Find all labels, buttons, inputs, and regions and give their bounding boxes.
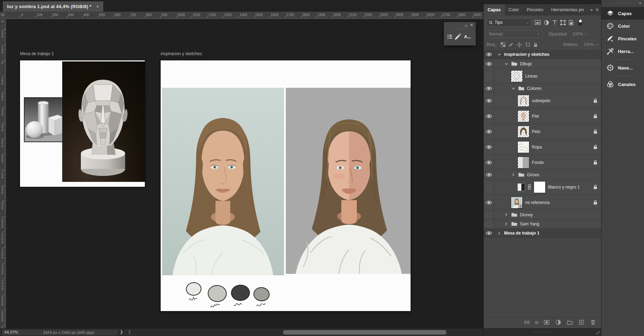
visibility-toggle[interactable]: [484, 108, 494, 124]
dock-item-layers[interactable]: Capas: [601, 7, 644, 20]
blend-mode-select[interactable]: Normal ∨: [487, 30, 543, 38]
visibility-toggle[interactable]: [484, 139, 494, 154]
layer-lock-icon[interactable]: [593, 200, 597, 205]
tab-herramientas[interactable]: Herramientas pree: [547, 4, 584, 15]
lock-paint-icon[interactable]: [509, 42, 514, 47]
layer-name[interactable]: Pelo: [532, 129, 540, 134]
fill-field[interactable]: 100%: [581, 41, 595, 48]
status-next-icon[interactable]: ❯: [120, 330, 123, 334]
visibility-toggle[interactable]: [484, 155, 494, 170]
filter-toggle[interactable]: [578, 19, 582, 26]
layer-row[interactable]: Grises: [484, 170, 601, 179]
chevron-down-icon[interactable]: [497, 53, 502, 55]
lock-icon[interactable]: [593, 145, 597, 149]
chevron-right-icon[interactable]: [497, 232, 502, 235]
opacity-field[interactable]: 100%: [570, 30, 585, 38]
layer-lock-icon[interactable]: [593, 145, 597, 149]
layer-thumbnail[interactable]: [517, 126, 529, 138]
lock-icon[interactable]: [593, 160, 597, 165]
filter-smart-object-icon[interactable]: [569, 20, 573, 25]
adjustment-icon[interactable]: [555, 319, 562, 326]
link-icon[interactable]: [523, 319, 530, 326]
dock-item-tools[interactable]: Herra...: [601, 45, 644, 58]
visibility-toggle[interactable]: [484, 50, 494, 59]
lock-icon[interactable]: [593, 200, 597, 205]
horizontal-scrollbar[interactable]: [283, 330, 446, 335]
layer-row[interactable]: Pelo: [484, 124, 601, 139]
lock-all-icon[interactable]: [534, 42, 537, 47]
visibility-toggle[interactable]: [484, 68, 494, 84]
chevron-right-icon[interactable]: [504, 222, 509, 225]
zoom-level-field[interactable]: 44,37%: [2, 330, 20, 335]
layer-name[interactable]: Dibujo: [520, 61, 532, 66]
visibility-toggle[interactable]: [484, 219, 494, 228]
layer-row[interactable]: Mesa de trabajo 1: [484, 229, 601, 238]
layer-thumbnail[interactable]: [517, 141, 529, 153]
opacity-dropdown-icon[interactable]: ∨: [585, 32, 589, 36]
layer-name[interactable]: mi referencia: [525, 200, 549, 205]
layer-name[interactable]: Disney: [520, 212, 533, 217]
visibility-toggle[interactable]: [484, 124, 494, 139]
resize-handle[interactable]: [596, 331, 600, 335]
status-prev-icon[interactable]: ❮: [128, 330, 131, 334]
adjustment-layer-icon[interactable]: [517, 183, 525, 191]
layer-lock-icon[interactable]: [593, 98, 597, 103]
floating-panel[interactable]: » ✕ A...: [444, 22, 476, 46]
layer-name[interactable]: sobrepelo: [532, 98, 550, 103]
mask-icon[interactable]: [543, 319, 550, 326]
layer-lock-icon[interactable]: [593, 185, 597, 189]
delete-icon[interactable]: [590, 319, 597, 326]
layer-lock-icon[interactable]: [593, 114, 597, 118]
layer-thumbnail[interactable]: [517, 95, 529, 107]
dock-item-channels[interactable]: Canales: [601, 78, 644, 91]
lock-icon[interactable]: [593, 98, 597, 103]
visibility-toggle[interactable]: [484, 179, 494, 195]
layer-thumbnail[interactable]: ▦: [511, 197, 523, 209]
canvas[interactable]: Mesa de trabajo 1: [6, 19, 483, 328]
layer-thumbnail[interactable]: [517, 110, 529, 122]
panel-close-icon[interactable]: ✕: [470, 23, 473, 27]
collapse-dock-icon[interactable]: «: [639, 1, 641, 5]
panel-undock-icon[interactable]: »: [590, 7, 593, 12]
close-tab-icon[interactable]: ×: [96, 4, 99, 9]
layer-row[interactable]: Colores: [484, 84, 601, 93]
visibility-toggle[interactable]: [484, 59, 494, 68]
visibility-toggle[interactable]: [484, 210, 494, 219]
layer-name[interactable]: Blanco y negro 1: [548, 185, 580, 190]
dock-item-navigator[interactable]: Nave...: [601, 61, 644, 74]
artboard-mesa-de-trabajo-1[interactable]: [20, 60, 145, 187]
artboard-label-mesa[interactable]: Mesa de trabajo 1: [20, 51, 54, 56]
lock-icon[interactable]: [593, 129, 597, 134]
lock-transparency-icon[interactable]: [501, 42, 505, 47]
filter-shape-icon[interactable]: [560, 20, 566, 25]
layer-row[interactable]: Lineas: [484, 68, 601, 84]
layer-row[interactable]: Disney: [484, 210, 601, 219]
panel-grip[interactable]: [534, 332, 551, 332]
collapsed-panel-label[interactable]: A...: [464, 34, 471, 39]
layer-name[interactable]: Ropa: [532, 145, 542, 150]
group-icon[interactable]: [566, 319, 573, 326]
layer-name[interactable]: inspiracion y sketches: [504, 52, 549, 57]
panel-menu-icon[interactable]: ≡: [596, 7, 598, 12]
filter-adjustment-icon[interactable]: [544, 20, 549, 25]
layer-name[interactable]: Grises: [527, 172, 539, 177]
layer-row[interactable]: inspiracion y sketches: [484, 50, 601, 59]
chevron-down-icon[interactable]: [504, 63, 509, 65]
filter-type-icon[interactable]: [552, 20, 557, 25]
visibility-toggle[interactable]: [484, 93, 494, 108]
lock-icon[interactable]: [593, 185, 597, 189]
visibility-toggle[interactable]: [484, 170, 494, 179]
filter-pixel-layer-icon[interactable]: [535, 20, 541, 25]
layer-lock-icon[interactable]: [593, 129, 597, 134]
tab-pinceles[interactable]: Pinceles: [523, 4, 547, 15]
chevron-down-icon[interactable]: [511, 87, 516, 90]
artboard-inspiracion-y-sketches[interactable]: [161, 60, 411, 311]
layer-row[interactable]: ▦mi referencia: [484, 195, 601, 210]
layer-name[interactable]: Mesa de trabajo 1: [504, 231, 540, 236]
tab-capas[interactable]: Capas: [484, 4, 505, 15]
fx-icon[interactable]: fx: [535, 320, 539, 325]
document-tab[interactable]: luz y sombra 1.psd al 44,4% (RGB/8) * ×: [3, 1, 103, 12]
layer-row[interactable]: Piel: [484, 108, 601, 124]
layer-row[interactable]: Sam Yang: [484, 219, 601, 229]
document-info[interactable]: 3424 px x 2400 px (600 ppp): [20, 330, 117, 335]
